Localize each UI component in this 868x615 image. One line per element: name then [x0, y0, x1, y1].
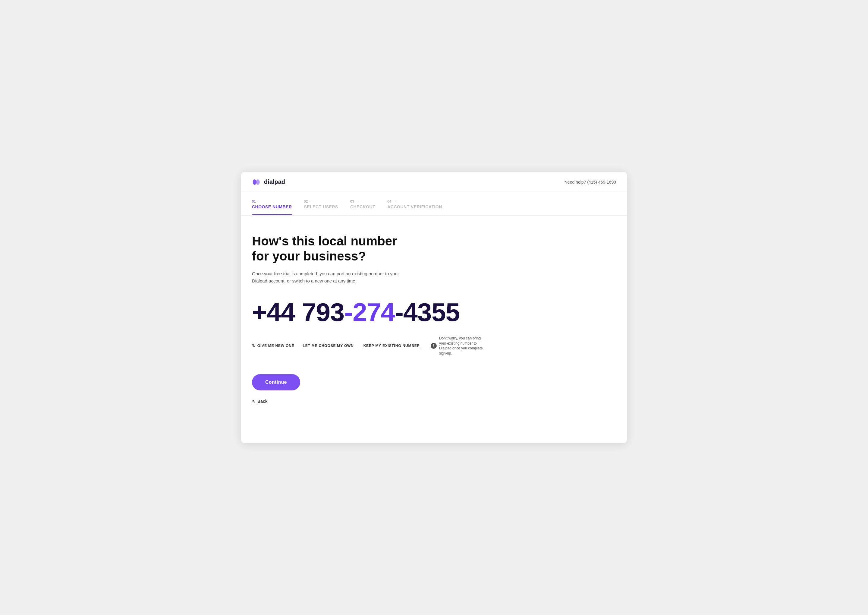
step-3-num: 03 —: [350, 200, 375, 203]
back-arrow-icon: ↖: [252, 399, 256, 404]
step-2-num: 02 —: [304, 200, 338, 203]
phone-dark-2: -4355: [395, 298, 460, 326]
top-bar: dialpad Need help? (415) 469-1690: [241, 172, 627, 192]
page-headline: How's this local number for your busines…: [252, 234, 409, 264]
refresh-icon: ↻: [252, 343, 256, 348]
step-3-label: CHECKOUT: [350, 204, 375, 209]
step-account-verification[interactable]: 04 — ACCOUNT VERIFICATION: [387, 200, 442, 215]
keep-existing-group: KEEP MY EXISTING NUMBER ! Don't worry, y…: [363, 336, 487, 356]
step-choose-number[interactable]: 01 — CHOOSE NUMBER: [252, 200, 292, 215]
step-checkout[interactable]: 03 — CHECKOUT: [350, 200, 375, 215]
help-phone[interactable]: (415) 469-1690: [587, 180, 616, 184]
back-button[interactable]: ↖ Back: [252, 399, 267, 404]
logo-icon: [252, 179, 262, 186]
let-me-choose-button[interactable]: LET ME CHOOSE MY OWN: [303, 344, 354, 348]
give-me-new-button[interactable]: ↻ GIVE ME NEW ONE: [252, 343, 295, 348]
options-row: ↻ GIVE ME NEW ONE LET ME CHOOSE MY OWN K…: [252, 336, 616, 356]
help-text: Need help? (415) 469-1690: [564, 180, 616, 184]
step-4-label: ACCOUNT VERIFICATION: [387, 204, 442, 209]
main-window: dialpad Need help? (415) 469-1690 01 — C…: [241, 172, 627, 443]
phone-dark-1: +44 793: [252, 298, 344, 326]
svg-point-1: [256, 180, 260, 185]
page-subtext: Once your free trial is completed, you c…: [252, 270, 403, 284]
svg-point-0: [253, 180, 257, 185]
info-icon[interactable]: !: [431, 343, 437, 349]
logo-text: dialpad: [264, 178, 285, 186]
main-content: How's this local number for your busines…: [241, 215, 627, 443]
steps-bar: 01 — CHOOSE NUMBER 02 — SELECT USERS 03 …: [241, 192, 627, 215]
step-select-users[interactable]: 02 — SELECT USERS: [304, 200, 338, 215]
phone-number-display: +44 793-274-4355: [252, 299, 616, 325]
step-1-num: 01 —: [252, 200, 292, 203]
keep-existing-button[interactable]: KEEP MY EXISTING NUMBER: [363, 344, 420, 348]
step-1-label: CHOOSE NUMBER: [252, 204, 292, 209]
step-1-active-line: [252, 214, 292, 215]
step-2-label: SELECT USERS: [304, 204, 338, 209]
logo: dialpad: [252, 178, 285, 186]
tooltip-text: Don't worry, you can bring your existing…: [439, 336, 487, 356]
phone-purple: -274: [344, 298, 395, 326]
step-4-num: 04 —: [387, 200, 442, 203]
continue-button[interactable]: Continue: [252, 374, 300, 390]
